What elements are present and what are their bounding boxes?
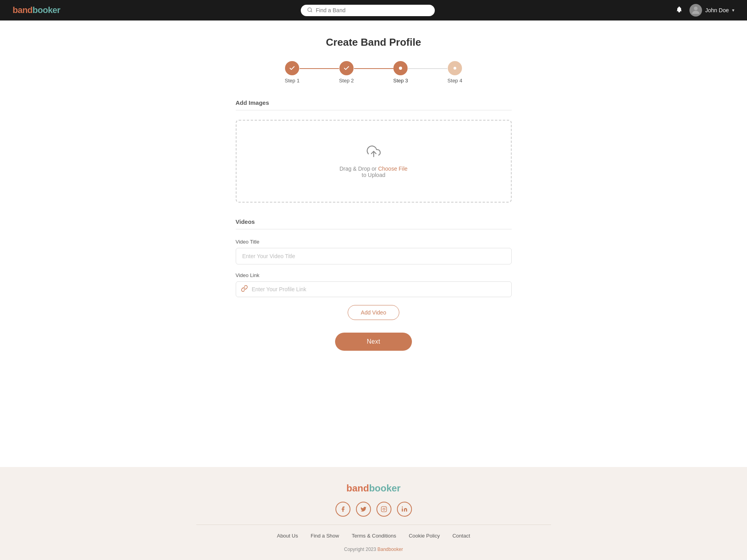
video-link-label: Video Link — [236, 272, 512, 278]
footer: bandbooker About Us Find a Show Terms & … — [0, 467, 747, 560]
video-title-label: Video Title — [236, 239, 512, 245]
footer-logo: bandbooker — [346, 483, 401, 494]
step-1: Step 1 — [285, 61, 300, 84]
search-bar[interactable] — [301, 5, 435, 16]
video-title-input[interactable] — [236, 248, 512, 264]
search-input[interactable] — [316, 7, 428, 13]
main-content: Create Band Profile Step 1 Step 2 Step 3 — [0, 20, 747, 467]
step-3-label: Step 3 — [393, 78, 408, 84]
footer-link-cookie[interactable]: Cookie Policy — [409, 533, 440, 539]
copyright-brand: Bandbooker — [378, 547, 403, 552]
next-button[interactable]: Next — [335, 333, 412, 351]
footer-copyright: Copyright 2023 Bandbooker — [344, 547, 403, 552]
navbar-logo[interactable]: bandbooker — [13, 5, 60, 15]
link-icon — [241, 285, 248, 294]
copyright-text: Copyright 2023 — [344, 547, 378, 552]
navbar: bandbooker John Doe ▾ — [0, 0, 747, 20]
video-link-field: Video Link — [236, 272, 512, 297]
instagram-icon[interactable] — [376, 502, 391, 517]
form-card: Add Images Drag & Drop or Choose File to… — [236, 99, 512, 351]
footer-logo-band: band — [346, 483, 369, 493]
step-3-dot — [399, 66, 402, 70]
step-4-circle — [448, 61, 462, 75]
add-video-button[interactable]: Add Video — [348, 305, 399, 320]
avatar — [689, 4, 702, 17]
svg-point-3 — [399, 67, 402, 70]
twitter-icon[interactable] — [356, 502, 371, 517]
footer-links: About Us Find a Show Terms & Conditions … — [277, 533, 470, 539]
svg-point-2 — [694, 7, 697, 10]
upload-instructions: Drag & Drop or Choose File to Upload — [339, 166, 408, 178]
videos-section-header: Videos — [236, 218, 512, 229]
linkedin-icon[interactable] — [397, 502, 412, 517]
upload-icon — [367, 144, 381, 162]
footer-link-terms[interactable]: Terms & Conditions — [352, 533, 396, 539]
step-4-label: Step 4 — [447, 78, 462, 84]
step-3: Step 3 — [393, 61, 408, 84]
video-link-wrapper — [236, 281, 512, 297]
user-menu[interactable]: John Doe ▾ — [689, 4, 734, 17]
stepper: Step 1 Step 2 Step 3 Step 4 — [285, 61, 462, 84]
svg-rect-6 — [381, 506, 386, 512]
add-images-section-header: Add Images — [236, 99, 512, 110]
step-2: Step 2 — [339, 61, 354, 84]
chevron-down-icon: ▾ — [732, 7, 734, 13]
connector-3-4 — [408, 68, 447, 69]
logo-booker: booker — [33, 5, 60, 15]
search-icon — [307, 7, 313, 14]
user-name: John Doe — [705, 7, 729, 13]
step-4: Step 4 — [447, 61, 462, 84]
footer-link-contact[interactable]: Contact — [453, 533, 470, 539]
connector-1-2 — [300, 68, 339, 69]
upload-text-sub: to Upload — [362, 172, 386, 178]
logo-band: band — [13, 5, 33, 15]
facebook-icon[interactable] — [335, 502, 350, 517]
footer-logo-booker: booker — [369, 483, 401, 493]
step-1-circle — [285, 61, 299, 75]
navbar-right: John Doe ▾ — [675, 4, 734, 17]
step-1-label: Step 1 — [285, 78, 300, 84]
footer-social — [335, 502, 412, 517]
step-2-circle — [339, 61, 354, 75]
connector-2-3 — [354, 68, 393, 69]
upload-text-main: Drag & Drop or — [339, 166, 378, 172]
footer-divider — [196, 525, 551, 525]
svg-line-1 — [311, 11, 312, 12]
step-2-label: Step 2 — [339, 78, 354, 84]
upload-dropzone[interactable]: Drag & Drop or Choose File to Upload — [236, 120, 512, 203]
video-link-input[interactable] — [252, 286, 507, 292]
videos-section: Videos Video Title Video Link A — [236, 218, 512, 320]
step-3-circle — [393, 61, 408, 75]
svg-point-8 — [402, 506, 403, 508]
notification-bell-icon[interactable] — [675, 6, 683, 15]
page-title: Create Band Profile — [326, 36, 421, 48]
footer-link-find-show[interactable]: Find a Show — [311, 533, 339, 539]
footer-link-about[interactable]: About Us — [277, 533, 298, 539]
svg-point-4 — [453, 67, 456, 70]
video-title-field: Video Title — [236, 239, 512, 272]
choose-file-link[interactable]: Choose File — [378, 166, 408, 172]
